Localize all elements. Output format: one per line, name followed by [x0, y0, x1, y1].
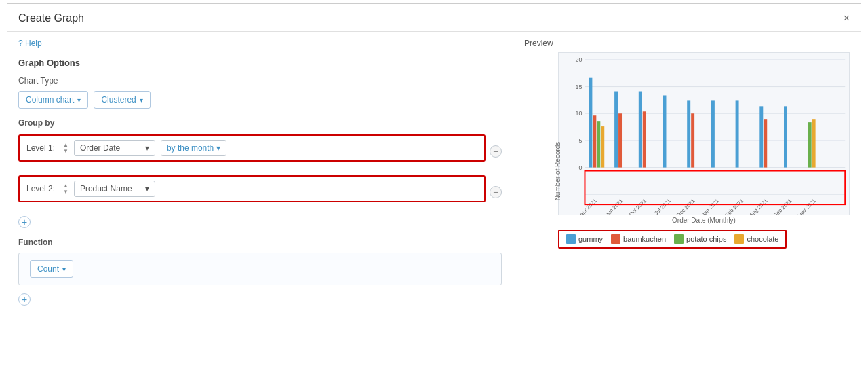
legend-label-baumkuchen: baumkuchen: [623, 235, 666, 243]
svg-text:5: 5: [579, 137, 583, 144]
svg-text:May 2021: May 2021: [796, 198, 817, 215]
legend-item-baumkuchen: baumkuchen: [611, 234, 666, 244]
level2-label: Level 2:: [26, 184, 58, 194]
left-panel: ? Help Graph Options Chart Type Column c…: [7, 32, 513, 312]
svg-rect-12: [593, 115, 596, 167]
arrow-down-icon: ▼: [63, 149, 68, 154]
svg-text:Jul 2021: Jul 2021: [653, 198, 672, 215]
level1-label: Level 1:: [26, 143, 58, 153]
legend-color-potato-chips: [674, 234, 684, 244]
count-button[interactable]: Count ▾: [30, 260, 73, 278]
column-chart-button[interactable]: Column chart ▾: [18, 91, 88, 109]
clustered-label: Clustered: [101, 95, 136, 105]
dialog-body: ? Help Graph Options Chart Type Column c…: [7, 32, 861, 312]
svg-rect-15: [614, 92, 618, 168]
svg-rect-23: [736, 100, 739, 167]
legend-item-gummy: gummy: [566, 234, 603, 244]
legend-label-potato-chips: potato chips: [686, 235, 726, 243]
add-function-button[interactable]: +: [18, 293, 31, 306]
help-link[interactable]: ? Help: [18, 39, 502, 48]
legend-color-baumkuchen: [611, 234, 620, 244]
legend-label-gummy: gummy: [578, 235, 603, 243]
legend-item-potato-chips: potato chips: [674, 234, 726, 244]
svg-rect-19: [663, 95, 667, 167]
group-by-label: Group by: [18, 118, 502, 128]
svg-text:15: 15: [576, 84, 583, 90]
svg-rect-20: [687, 100, 690, 167]
clustered-button[interactable]: Clustered ▾: [94, 91, 150, 109]
svg-rect-26: [784, 106, 787, 167]
svg-rect-13: [597, 121, 600, 167]
level1-sort-arrows[interactable]: ▲ ▼: [63, 143, 68, 154]
svg-text:Sep 2021: Sep 2021: [772, 198, 793, 215]
arrow-down-icon-2: ▼: [63, 189, 68, 195]
legend-label-chocolate: chocolate: [747, 235, 778, 243]
legend-color-chocolate: [734, 234, 744, 244]
svg-rect-22: [711, 100, 715, 167]
svg-rect-17: [639, 92, 642, 168]
svg-rect-11: [589, 78, 592, 168]
function-label: Function: [18, 238, 502, 247]
svg-rect-25: [764, 119, 767, 167]
chart-svg: 20 15 10 5 0: [558, 52, 850, 215]
column-chart-label: Column chart: [26, 95, 74, 105]
svg-text:0: 0: [579, 164, 583, 171]
svg-text:Apr 2021: Apr 2021: [578, 198, 599, 215]
arrow-up-icon-2: ▲: [63, 183, 68, 189]
svg-rect-21: [691, 113, 694, 167]
level1-field-value: Order Date: [80, 143, 120, 153]
close-button[interactable]: ×: [844, 13, 850, 24]
svg-text:Aug 2021: Aug 2021: [748, 198, 769, 215]
legend-item-chocolate: chocolate: [734, 234, 778, 244]
svg-text:10: 10: [576, 110, 583, 117]
y-axis-label: Number of Records: [554, 141, 561, 200]
right-panel: Preview Number of Records 20 15 10: [513, 32, 861, 312]
chart-type-row: Column chart ▾ Clustered ▾: [18, 91, 502, 109]
count-label: Count: [37, 264, 59, 274]
svg-rect-27: [808, 122, 812, 167]
chevron-down-icon-5: ▾: [145, 184, 149, 194]
level2-field-select[interactable]: Product Name ▾: [74, 181, 155, 197]
chart-type-label: Chart Type: [18, 76, 502, 86]
svg-rect-14: [601, 126, 604, 167]
chevron-down-icon: ▾: [77, 96, 81, 104]
arrow-up-icon: ▲: [63, 143, 68, 148]
svg-rect-18: [643, 111, 646, 167]
level2-remove-button[interactable]: −: [490, 186, 502, 198]
dialog-title-bar: Create Graph ×: [7, 4, 861, 32]
level2-row: Level 2: ▲ ▼ Product Name ▾: [18, 175, 486, 202]
preview-title: Preview: [524, 39, 850, 48]
level1-field-select[interactable]: Order Date ▾: [74, 140, 155, 156]
svg-rect-28: [812, 119, 816, 167]
add-level-button[interactable]: +: [18, 216, 31, 228]
level2-field-value: Product Name: [80, 184, 132, 194]
dialog-title: Create Graph: [18, 12, 84, 24]
svg-rect-24: [760, 106, 763, 167]
svg-text:Oct 2021: Oct 2021: [628, 198, 648, 215]
help-text: ? Help: [18, 39, 42, 48]
level2-sort-arrows[interactable]: ▲ ▼: [63, 183, 68, 195]
svg-text:20: 20: [576, 56, 583, 63]
level1-period-select[interactable]: by the month ▾: [161, 140, 226, 156]
create-graph-dialog: Create Graph × ? Help Graph Options Char…: [7, 3, 861, 363]
svg-text:Jun 2021: Jun 2021: [604, 198, 625, 215]
level1-remove-button[interactable]: −: [490, 145, 502, 158]
chevron-down-icon-6: ▾: [62, 266, 66, 273]
svg-text:Dec 2021: Dec 2021: [675, 198, 696, 215]
svg-text:Feb 2021: Feb 2021: [724, 198, 745, 215]
svg-rect-16: [618, 113, 622, 167]
svg-text:Jan 2021: Jan 2021: [701, 198, 721, 215]
legend-row: gummy baumkuchen potato chips chocolate: [558, 230, 787, 249]
chevron-down-icon-4: ▾: [216, 143, 220, 153]
level1-period-value: by the month: [167, 143, 214, 153]
chevron-down-icon-3: ▾: [145, 143, 149, 153]
legend-color-gummy: [566, 234, 576, 244]
graph-options-title: Graph Options: [18, 58, 502, 68]
x-axis-label: Order Date (Monthly): [558, 217, 850, 224]
level1-row: Level 1: ▲ ▼ Order Date ▾ by the month ▾: [18, 134, 486, 162]
chevron-down-icon-2: ▾: [140, 96, 143, 104]
